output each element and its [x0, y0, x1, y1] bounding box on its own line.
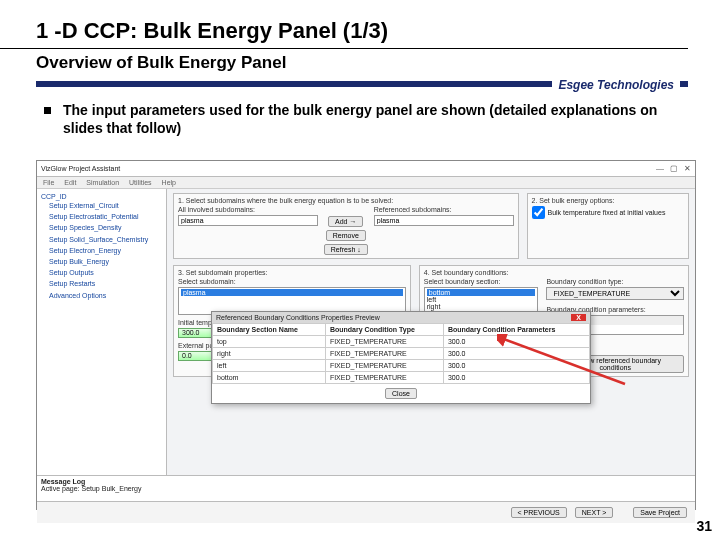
bullet-icon	[44, 107, 51, 114]
close-icon[interactable]: ✕	[684, 164, 691, 173]
tree-item[interactable]: Setup Bulk_Energy	[41, 256, 162, 267]
main-panel: 1. Select subdomains where the bulk ener…	[167, 189, 695, 475]
boundary-option[interactable]: right	[427, 303, 441, 310]
tree-item[interactable]: Advanced Options	[41, 290, 162, 301]
table-row: topFIXED_TEMPERATURE300.0	[213, 336, 590, 348]
menu-simulation[interactable]: Simulation	[86, 179, 119, 186]
tree-item[interactable]: Setup Solid_Surface_Chemistry	[41, 234, 162, 245]
dialog-title: Referenced Boundary Conditions Propertie…	[216, 314, 380, 321]
subdomain-option[interactable]: plasma	[181, 289, 403, 296]
step4-label: 4. Set boundary conditions:	[424, 269, 684, 276]
next-button[interactable]: NEXT >	[575, 507, 614, 518]
wizard-footer: < PREVIOUS NEXT > Save Project	[37, 501, 695, 523]
select-boundary-label: Select boundary section:	[424, 278, 539, 285]
msglog-line: Active page: Setup Bulk_Energy	[41, 485, 691, 492]
all-subdomains-label: All involved subdomains:	[178, 206, 318, 213]
bc-type-label: Boundary condition type:	[546, 278, 684, 285]
tree-item[interactable]: Setup Outputs	[41, 267, 162, 278]
menu-utilities[interactable]: Utilities	[129, 179, 152, 186]
bullet-text: The input parameters used for the bulk e…	[63, 101, 680, 137]
slide-title: 1 -D CCP: Bulk Energy Panel (1/3)	[0, 0, 688, 49]
tree-item[interactable]: Setup External_Circuit	[41, 200, 162, 211]
bc-preview-dialog: Referenced Boundary Conditions Propertie…	[211, 311, 591, 404]
tree-item[interactable]: Setup Restarts	[41, 278, 162, 289]
bc-type-select[interactable]: FIXED_TEMPERATURE	[546, 287, 684, 300]
step1-label: 1. Select subdomains where the bulk ener…	[178, 197, 514, 204]
message-log: Message Log Active page: Setup Bulk_Ener…	[37, 475, 695, 501]
select-subdomain-label: Select subdomain:	[178, 278, 406, 285]
bullet-item: The input parameters used for the bulk e…	[0, 87, 720, 145]
table-row: bottomFIXED_TEMPERATURE300.0	[213, 372, 590, 384]
save-project-button[interactable]: Save Project	[633, 507, 687, 518]
fixed-temp-checkbox[interactable]	[532, 206, 545, 219]
table-row: rightFIXED_TEMPERATURE300.0	[213, 348, 590, 360]
window-titlebar: VizGlow Project Assistant — ▢ ✕	[37, 161, 695, 177]
menu-edit[interactable]: Edit	[64, 179, 76, 186]
tree-root[interactable]: CCP_ID	[41, 193, 162, 200]
nav-tree: CCP_ID Setup External_Circuit Setup Elec…	[37, 189, 167, 475]
menu-file[interactable]: File	[43, 179, 54, 186]
step3-label: 3. Set subdomain properties:	[178, 269, 406, 276]
menu-bar: File Edit Simulation Utilities Help	[37, 177, 695, 189]
step2-label: 2. Set bulk energy options:	[532, 197, 685, 204]
maximize-icon[interactable]: ▢	[670, 164, 678, 173]
window-title: VizGlow Project Assistant	[41, 165, 120, 172]
boundary-option[interactable]: bottom	[427, 289, 536, 296]
app-screenshot: VizGlow Project Assistant — ▢ ✕ File Edi…	[36, 160, 696, 510]
add-button[interactable]: Add →	[328, 216, 363, 227]
bc-th: Boundary Section Name	[213, 324, 326, 336]
boundary-option[interactable]: left	[427, 296, 436, 303]
step-2: 2. Set bulk energy options: Bulk tempera…	[527, 193, 690, 259]
table-row: leftFIXED_TEMPERATURE300.0	[213, 360, 590, 372]
slide-subtitle: Overview of Bulk Energy Panel	[0, 49, 720, 79]
msglog-title: Message Log	[41, 478, 691, 485]
dialog-close-icon[interactable]: X	[571, 314, 586, 321]
bc-table: Boundary Section Name Boundary Condition…	[212, 323, 590, 384]
fixed-temp-label: Bulk temperature fixed at initial values	[548, 209, 666, 216]
refresh-button[interactable]: Refresh ↓	[324, 244, 368, 255]
brand-logo: Esgee Technologies	[552, 78, 680, 92]
dialog-close-button[interactable]: Close	[385, 388, 417, 399]
tree-item[interactable]: Setup Electrostatic_Potential	[41, 211, 162, 222]
page-number: 31	[696, 518, 712, 534]
step-1: 1. Select subdomains where the bulk ener…	[173, 193, 519, 259]
all-subdomains-field[interactable]	[178, 215, 318, 226]
prev-button[interactable]: < PREVIOUS	[511, 507, 567, 518]
tree-item[interactable]: Setup Species_Density	[41, 222, 162, 233]
tree-item[interactable]: Setup Electron_Energy	[41, 245, 162, 256]
menu-help[interactable]: Help	[162, 179, 176, 186]
bc-th: Boundary Condition Parameters	[443, 324, 589, 336]
minimize-icon[interactable]: —	[656, 164, 664, 173]
ref-subdomains-label: Referenced subdomains:	[374, 206, 514, 213]
remove-button[interactable]: Remove	[326, 230, 366, 241]
bc-th: Boundary Condition Type	[325, 324, 443, 336]
ref-subdomains-field[interactable]	[374, 215, 514, 226]
